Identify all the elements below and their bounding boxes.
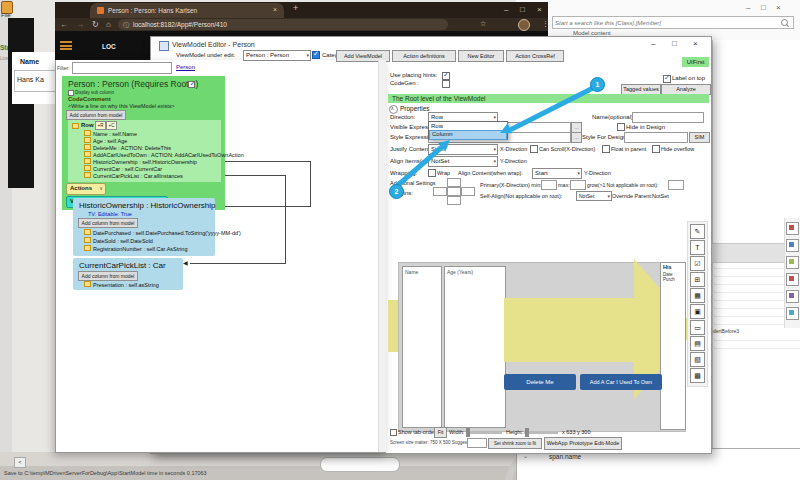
- side-icon-green[interactable]: [786, 256, 799, 269]
- justify-content-combo[interactable]: Start ▾: [428, 144, 498, 155]
- add-row-button[interactable]: +R: [95, 121, 106, 130]
- back-small-button[interactable]: <: [14, 457, 26, 468]
- site-info-icon[interactable]: ⓘ: [123, 21, 129, 30]
- model-window-minimize[interactable]: –: [746, 4, 750, 12]
- margin-center-input[interactable]: [447, 187, 461, 196]
- new-editor-button[interactable]: New Editor: [458, 50, 504, 62]
- dropdown-option-column[interactable]: Column: [429, 130, 507, 140]
- historic-tv-link[interactable]: TV: Editable: True: [88, 211, 132, 217]
- new-tab-icon[interactable]: +: [293, 3, 298, 13]
- home-icon[interactable]: ⌂: [106, 20, 111, 29]
- actions-pill[interactable]: Actions ∨: [66, 183, 106, 195]
- float-in-parent-checkbox[interactable]: [602, 145, 610, 153]
- browser-tab[interactable]: Person : Person: Hans Karlsen ×: [90, 3, 284, 18]
- requires-root-checkbox[interactable]: [188, 81, 195, 88]
- historic-ownership-box[interactable]: HistoricOwnership : HistoricOwnership TV…: [73, 198, 215, 256]
- model-window-close[interactable]: ×: [776, 4, 781, 12]
- picklist-add-column-button[interactable]: Add column from model: [78, 271, 138, 281]
- style-for-design-input[interactable]: [624, 132, 688, 143]
- button-tool-icon[interactable]: ▭: [690, 320, 705, 335]
- side-icon-red2[interactable]: [786, 273, 799, 286]
- dialog-close[interactable]: ×: [693, 40, 698, 48]
- primary-min-input[interactable]: [541, 180, 557, 190]
- url-bar[interactable]: ⓘ localhost:8182/App#/Person/410: [118, 19, 448, 30]
- screen-tool-icon[interactable]: ▩: [690, 368, 705, 383]
- grow-input[interactable]: [668, 180, 684, 190]
- properties-toggle[interactable]: ∧: [389, 105, 398, 114]
- style-expression-ellipsis-button[interactable]: …: [571, 132, 582, 143]
- side-icon-purple[interactable]: [786, 290, 799, 303]
- bookmark-star-icon[interactable]: ☆: [480, 20, 486, 28]
- viewmodel-combo[interactable]: Person : Person ▾: [243, 50, 311, 61]
- checkbox-tool-icon[interactable]: ☑: [690, 256, 705, 271]
- model-search-input[interactable]: [552, 16, 794, 29]
- tree-item-historicownership[interactable]: HistoricOwnership : self.HistoricOwnersh…: [84, 158, 197, 165]
- historic-item-registrationnumber[interactable]: RegistrationNumber : self.Car.AsString: [84, 245, 187, 252]
- align-content-combo[interactable]: Start ▾: [532, 168, 582, 179]
- show-tab-order-checkbox[interactable]: [390, 429, 397, 436]
- sim-button[interactable]: SIM: [689, 132, 710, 143]
- reload-icon[interactable]: ↻: [92, 20, 99, 29]
- side-icon-red[interactable]: [786, 222, 799, 235]
- taskbar-pill[interactable]: [320, 457, 400, 472]
- margin-top-input[interactable]: [447, 178, 461, 187]
- panel-tool-icon[interactable]: ▧: [690, 352, 705, 367]
- filter-person-link[interactable]: Person: [176, 64, 195, 70]
- webapp-prototype-button[interactable]: WebApp Prototype Edit-Mode: [544, 437, 622, 450]
- dropdown-option-row[interactable]: Row: [431, 123, 443, 129]
- name-optional-input[interactable]: [632, 112, 704, 123]
- text-tool-icon[interactable]: T: [690, 240, 705, 255]
- hide-in-design-checkbox[interactable]: [617, 123, 625, 131]
- preview-column-age[interactable]: Age (Years): [444, 266, 506, 428]
- suggested-zoom-input[interactable]: [467, 438, 487, 448]
- picture-tool-icon[interactable]: ▣: [690, 304, 705, 319]
- code-comment-hint[interactable]: <Write a line on why this ViewModel exis…: [68, 103, 175, 109]
- can-scroll-checkbox[interactable]: [530, 145, 538, 153]
- categ-checkbox[interactable]: [312, 51, 320, 59]
- preview-delete-button[interactable]: Delete Me: [504, 374, 576, 390]
- margin-bottom-input[interactable]: [447, 196, 461, 205]
- historic-item-datesold[interactable]: DateSold : self.DateSold: [84, 237, 153, 244]
- edit-tool-icon[interactable]: ✎: [690, 224, 705, 239]
- root-add-column-button[interactable]: Add column from model: [66, 110, 126, 120]
- height-slider-thumb[interactable]: [525, 428, 529, 437]
- tree-item-currentcar[interactable]: CurrentCar : self.CurrentCar: [84, 165, 162, 172]
- currentcar-picklist-box[interactable]: CurrentCarPickList : Car Add column from…: [73, 258, 183, 290]
- use-placing-hints-checkbox[interactable]: [442, 72, 450, 80]
- codegen-checkbox[interactable]: [442, 80, 450, 88]
- model-window-maximize[interactable]: □: [761, 4, 766, 12]
- tree-scrollbar[interactable]: [378, 60, 386, 452]
- browser-maximize[interactable]: □: [520, 6, 525, 14]
- actions-collapse-icon[interactable]: ∨: [99, 185, 103, 191]
- action-crossref-button[interactable]: Action CrossRef: [506, 50, 564, 62]
- side-icon-blue[interactable]: [786, 239, 799, 252]
- tab-close-icon[interactable]: ×: [273, 6, 277, 13]
- preview-add-button[interactable]: Add A Car I Used To Own: [580, 374, 662, 390]
- profile-avatar[interactable]: [518, 19, 530, 31]
- list-tool-icon[interactable]: ▤: [690, 336, 705, 351]
- margin-left-input[interactable]: [433, 187, 447, 196]
- tree-item-deleteme[interactable]: DeleteMe : ACTION: DeleteThis: [84, 144, 171, 151]
- back-icon[interactable]: ←: [60, 20, 68, 29]
- historic-add-column-button[interactable]: Add column from model: [78, 218, 138, 228]
- add-col-button[interactable]: +C: [106, 121, 117, 130]
- filter-input[interactable]: [72, 62, 172, 74]
- preview-column-name[interactable]: Name: [402, 266, 442, 428]
- hide-overflow-checkbox[interactable]: [652, 145, 660, 153]
- set-shrink-zoom-button[interactable]: Set shrink zoom to fit: [488, 438, 542, 449]
- add-table-tool-icon[interactable]: ⊞: [690, 272, 705, 287]
- browser-menu-icon[interactable]: ⋮: [542, 20, 549, 28]
- wrap-checkbox[interactable]: [428, 169, 436, 177]
- side-icon-cyan[interactable]: [786, 307, 799, 320]
- tree-item-name[interactable]: Name : self.Name: [84, 130, 137, 137]
- calendar-tool-icon[interactable]: ▦: [690, 288, 705, 303]
- action-definitions-button[interactable]: Action definitions: [392, 50, 456, 62]
- fit-button[interactable]: Fit: [434, 427, 447, 438]
- align-items-combo[interactable]: NotSet ▾: [428, 156, 498, 167]
- max-input[interactable]: [570, 180, 586, 190]
- picklist-item-presentation[interactable]: Presentation : self.asString: [84, 281, 159, 288]
- forward-icon[interactable]: →: [76, 20, 84, 29]
- browser-close[interactable]: ×: [537, 6, 542, 14]
- form-name-field[interactable]: Hans Ka: [14, 70, 56, 92]
- tree-item-addacar[interactable]: AddACarIUsedToOwn : ACTION: AddACarIUsed…: [84, 151, 244, 158]
